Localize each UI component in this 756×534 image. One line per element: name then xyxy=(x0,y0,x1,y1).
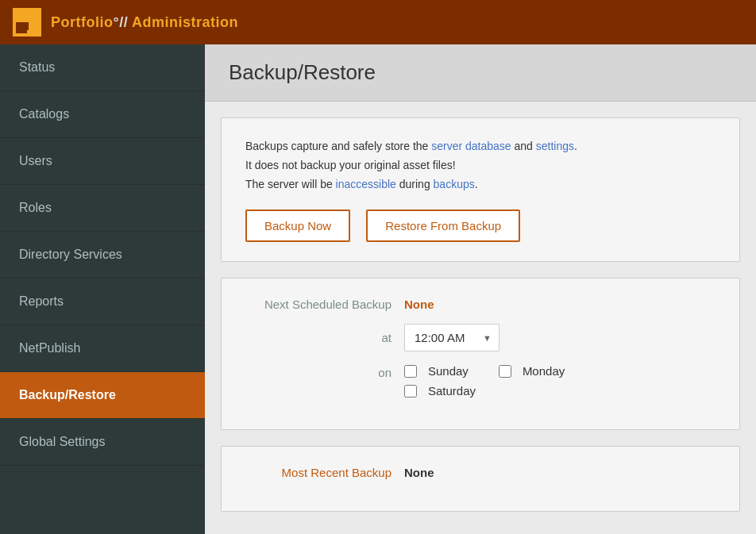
app-title: Portfolio°// Administration xyxy=(51,14,238,31)
next-scheduled-value: None xyxy=(404,298,434,311)
monday-checkbox[interactable] xyxy=(499,365,511,378)
sidebar-item-catalogs[interactable]: Catalogs xyxy=(0,91,205,138)
subtitle: Administration xyxy=(132,14,238,30)
svg-rect-1 xyxy=(21,22,29,30)
days-row: on Sunday Monday Saturday xyxy=(245,364,716,398)
saturday-label: Saturday xyxy=(428,384,476,398)
saturday-checkbox[interactable] xyxy=(404,385,417,398)
sidebar-item-status[interactable]: Status xyxy=(0,44,205,91)
sidebar: Status Catalogs Users Roles Directory Se… xyxy=(0,44,205,534)
info-line-1: Backups capture and safely store the ser… xyxy=(245,137,716,156)
monday-label: Monday xyxy=(523,364,565,378)
sunday-label: Sunday xyxy=(428,364,469,378)
next-scheduled-label: Next Scheduled Backup xyxy=(245,298,404,311)
time-select-wrapper: 12:00 AM 1:00 AM 2:00 AM 3:00 AM 6:00 AM… xyxy=(404,324,499,352)
day-checkboxes: Sunday Monday Saturday xyxy=(404,364,565,398)
sidebar-item-users[interactable]: Users xyxy=(0,138,205,185)
most-recent-label: Most Recent Backup xyxy=(245,466,404,479)
backup-now-button[interactable]: Backup Now xyxy=(245,209,350,242)
logo-text: Portfolio xyxy=(51,14,114,30)
time-row: at 12:00 AM 1:00 AM 2:00 AM 3:00 AM 6:00… xyxy=(245,324,716,352)
recent-backup-section: Most Recent Backup None xyxy=(221,446,740,512)
sunday-row: Sunday Monday xyxy=(404,364,565,378)
sunday-checkbox[interactable] xyxy=(404,365,417,378)
time-select[interactable]: 12:00 AM 1:00 AM 2:00 AM 3:00 AM 6:00 AM… xyxy=(404,324,499,352)
sidebar-item-reports[interactable]: Reports xyxy=(0,279,205,325)
logo-separator: °// xyxy=(114,14,129,30)
sidebar-item-global-settings[interactable]: Global Settings xyxy=(0,419,205,466)
info-text: Backups capture and safely store the ser… xyxy=(245,137,716,194)
page-header: Backup/Restore xyxy=(205,44,756,102)
app-logo xyxy=(13,8,41,36)
at-label: at xyxy=(245,331,404,344)
main-content: Backup/Restore Backups capture and safel… xyxy=(205,44,756,534)
most-recent-row: Most Recent Backup None xyxy=(245,466,716,479)
app-header: Portfolio°// Administration xyxy=(0,0,756,44)
restore-from-backup-button[interactable]: Restore From Backup xyxy=(366,209,520,242)
schedule-section: Next Scheduled Backup None at 12:00 AM 1… xyxy=(221,278,740,430)
logo-icon xyxy=(16,11,38,33)
info-line-2: It does not backup your original asset f… xyxy=(245,156,716,175)
info-line-3: The server will be inaccessible during b… xyxy=(245,175,716,194)
button-row: Backup Now Restore From Backup xyxy=(245,209,716,242)
page-title: Backup/Restore xyxy=(229,60,732,85)
most-recent-value: None xyxy=(404,466,434,479)
sidebar-item-roles[interactable]: Roles xyxy=(0,185,205,232)
next-scheduled-row: Next Scheduled Backup None xyxy=(245,298,716,311)
saturday-row: Saturday xyxy=(404,384,565,398)
sidebar-item-backup-restore[interactable]: Backup/Restore xyxy=(0,372,205,419)
backup-info-section: Backups capture and safely store the ser… xyxy=(221,117,740,262)
main-layout: Status Catalogs Users Roles Directory Se… xyxy=(0,44,756,534)
sidebar-item-directory-services[interactable]: Directory Services xyxy=(0,232,205,279)
on-label: on xyxy=(245,364,404,379)
sidebar-item-netpublish[interactable]: NetPublish xyxy=(0,325,205,372)
